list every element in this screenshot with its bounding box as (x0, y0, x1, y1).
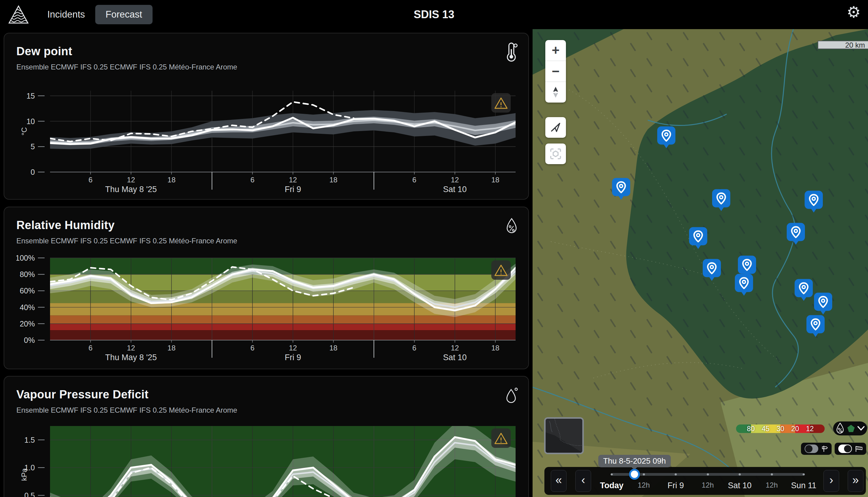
timeline-tick-dot (803, 473, 805, 475)
map-marker-pin[interactable] (702, 258, 722, 283)
timeline-label[interactable]: Fri 9 (667, 481, 684, 490)
svg-text:Thu May 8 '25: Thu May 8 '25 (105, 353, 157, 362)
svg-text:18: 18 (491, 344, 500, 352)
forecast-map[interactable]: 20 km + − (533, 29, 868, 497)
humidity-droplet-icon (836, 422, 845, 435)
scan-area-button[interactable] (545, 143, 566, 164)
svg-text:6: 6 (250, 176, 255, 184)
settings-gear-icon[interactable]: ⚙ (847, 4, 861, 20)
warning-icon[interactable] (491, 260, 511, 280)
windsock-icon (855, 444, 863, 453)
svg-text:12: 12 (289, 176, 297, 184)
chart-subtitle: Ensemble ECMWF IFS 0.25 ECMWF IFS 0.25 M… (16, 63, 516, 71)
dew-point-chart[interactable]: 612186121861218Thu May 8 '25Fri 9Sat 100… (16, 82, 517, 196)
svg-text:Fri 9: Fri 9 (285, 185, 301, 194)
warning-icon[interactable] (491, 428, 511, 448)
nav-forecast[interactable]: Forecast (95, 5, 153, 24)
signpost-toggle[interactable] (801, 443, 831, 455)
timeline-first-button[interactable]: « (551, 470, 566, 492)
map-marker-pin[interactable] (611, 178, 631, 202)
timeline-bar: Thu 8-5-2025 09h « ‹ Today12hFri 912hSat… (545, 467, 866, 495)
chart-title: Dew point (16, 45, 516, 58)
svg-text:18: 18 (168, 176, 176, 184)
svg-text:°C: °C (20, 127, 28, 136)
nav-incidents[interactable]: Incidents (47, 9, 85, 20)
zoom-in-button[interactable]: + (545, 40, 566, 61)
svg-text:6: 6 (89, 176, 92, 184)
timeline-prev-button[interactable]: ‹ (575, 470, 591, 492)
map-marker-pin[interactable] (786, 223, 806, 247)
toggle-knob (844, 445, 851, 452)
timeline-label[interactable]: Sun 11 (791, 481, 816, 490)
svg-text:18: 18 (329, 344, 337, 352)
svg-text:10: 10 (26, 117, 35, 126)
svg-text:1.5: 1.5 (24, 436, 35, 444)
svg-text:12: 12 (127, 344, 135, 352)
timeline-label[interactable]: 12h (701, 481, 714, 489)
svg-text:6: 6 (413, 176, 416, 184)
droplet-degree-icon (505, 386, 518, 405)
svg-text:0.5: 0.5 (24, 491, 35, 497)
timeline-tick-dot (643, 473, 645, 475)
timeline-slider[interactable] (612, 473, 804, 476)
layer-selector[interactable] (833, 422, 867, 436)
timeline-tick-dot (675, 473, 677, 475)
chart-title: Vapour Pressure Deficit (16, 388, 516, 401)
svg-text:18: 18 (168, 344, 176, 352)
timeline-tooltip: Thu 8-5-2025 09h (598, 455, 671, 467)
timeline-label[interactable]: Sat 10 (728, 481, 752, 490)
chart-card-vapour-pressure-deficit: Vapour Pressure Deficit Ensemble ECMWF I… (4, 376, 529, 497)
map-marker-pin[interactable] (804, 190, 824, 214)
layer-shape-pentagon (847, 425, 855, 432)
mini-map-canvas (546, 419, 582, 453)
timeline-handle[interactable] (629, 469, 640, 480)
svg-text:18: 18 (491, 176, 500, 184)
svg-text:12: 12 (451, 344, 459, 352)
humidity-droplet-icon (505, 216, 518, 236)
page-title: SDIS 13 (414, 8, 454, 21)
svg-text:12: 12 (289, 344, 297, 352)
windsock-toggle[interactable] (835, 443, 866, 455)
compass-button[interactable] (545, 82, 566, 102)
svg-text:6: 6 (413, 344, 416, 352)
svg-text:0%: 0% (24, 336, 35, 344)
vapour-pressure-deficit-chart[interactable]: 612186121861218Thu May 8 '25Fri 9Sat 100… (16, 417, 517, 497)
legend-boundary-label: 12 (806, 425, 814, 433)
zoom-out-button[interactable]: − (545, 61, 566, 82)
map-marker-pin[interactable] (813, 292, 833, 316)
timeline-tick-dot (739, 473, 741, 475)
warning-icon[interactable] (491, 93, 511, 113)
legend-boundary-label: 20 (791, 425, 799, 433)
relative-humidity-chart[interactable]: 612186121861218Thu May 8 '25Fri 9Sat 100… (16, 249, 517, 365)
map-marker-pin[interactable] (688, 227, 708, 251)
chevron-down-icon (857, 426, 865, 431)
compass-icon (550, 86, 561, 98)
toggle-track[interactable] (805, 444, 818, 453)
timeline-label[interactable]: 12h (766, 481, 778, 489)
timeline-last-button[interactable]: » (848, 470, 864, 492)
chart-title: Relative Humidity (16, 219, 516, 232)
svg-text:15: 15 (26, 91, 35, 100)
timeline-next-button[interactable]: › (823, 470, 839, 492)
locate-button[interactable] (545, 117, 566, 138)
map-marker-pin[interactable] (734, 273, 754, 298)
svg-text:Fri 9: Fri 9 (285, 353, 301, 362)
timeline-label[interactable]: 12h (637, 481, 650, 489)
map-marker-pin[interactable] (806, 314, 826, 339)
toggle-track[interactable] (838, 444, 852, 453)
svg-text:40%: 40% (20, 303, 35, 312)
timeline-tick-dot (611, 473, 613, 475)
map-marker-pin[interactable] (711, 189, 731, 213)
map-marker-pin[interactable] (656, 126, 676, 150)
map-scale-label: 20 km (845, 41, 865, 49)
timeline-label[interactable]: Today (600, 481, 624, 490)
svg-text:kPa: kPa (20, 468, 28, 481)
legend-boundary-label: 45 (762, 425, 770, 433)
svg-text:60%: 60% (20, 286, 35, 295)
mini-map[interactable] (544, 417, 584, 454)
map-marker-pin[interactable] (794, 279, 814, 303)
signpost-icon (821, 444, 828, 453)
svg-text:6: 6 (89, 344, 92, 352)
chart-card-dew-point: Dew point Ensemble ECMWF IFS 0.25 ECMWF … (4, 33, 529, 200)
svg-text:5: 5 (31, 142, 35, 151)
